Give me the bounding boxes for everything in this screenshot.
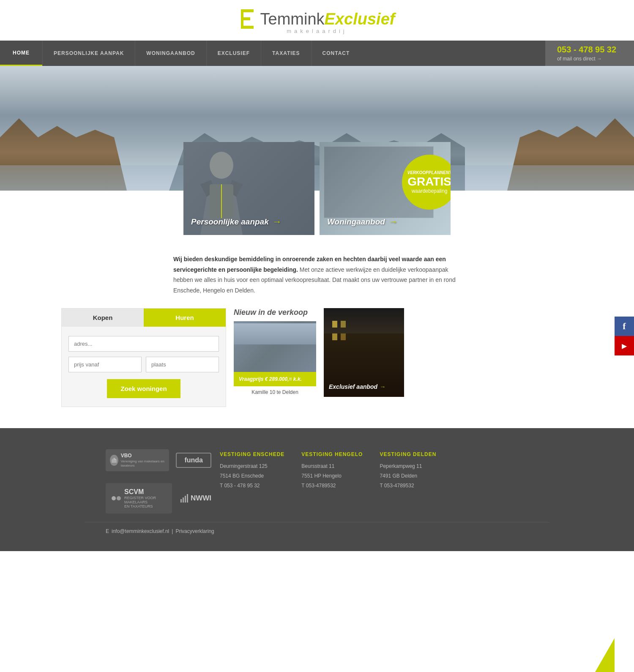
funda-logo[interactable]: funda: [176, 453, 211, 468]
new-listing-section: Nieuw in de verkoop Vraagprijs € 289.000…: [234, 308, 316, 395]
navigation: HOME PERSOONLIJKE AANPAK WONINGAANBOD EX…: [0, 41, 634, 66]
phone-link[interactable]: of mail ons direct →: [557, 56, 622, 62]
listing-image[interactable]: [234, 321, 316, 372]
tab-kopen[interactable]: Kopen: [62, 309, 144, 327]
nwwi-label: NWWI: [191, 494, 211, 503]
search-address-group: [68, 336, 219, 352]
office-delden-title: VESTIGING DELDEN: [380, 451, 436, 457]
office-hengelo-addr2: 7551 HP Hengelo: [301, 471, 363, 481]
footer-logos: VBO Vereniging van makelaars en taxateur…: [106, 449, 211, 514]
scvm-logo[interactable]: SCVM REGISTER VOOR MAKELAARSEN TAXATEURS: [106, 483, 172, 514]
panel-woningaanbod[interactable]: VERKOOPPLANNEN? GRATIS waardebepaling Wo…: [320, 142, 451, 235]
svg-rect-3: [241, 26, 254, 29]
youtube-icon: ▶: [622, 342, 627, 350]
footer-divider: |: [172, 528, 173, 534]
vbo-logo[interactable]: VBO Vereniging van makelaars en taxateur…: [106, 449, 169, 471]
nav-item-woningaanbod[interactable]: WONINGAANBOD: [135, 41, 206, 66]
office-delden-addr2: 7491 GB Delden: [380, 471, 436, 481]
logo-row-bottom: SCVM REGISTER VOOR MAKELAARSEN TAXATEURS…: [106, 483, 211, 514]
nav-item-home[interactable]: HOME: [0, 41, 42, 66]
listing-address: Kamille 10 te Delden: [234, 389, 316, 395]
search-place-input[interactable]: [146, 357, 219, 372]
nav-item-contact[interactable]: CONTACT: [311, 41, 361, 66]
description-section: Wij bieden deskundige bemiddeling in onr…: [0, 235, 634, 304]
badge-top: VERKOOPPLANNEN?: [407, 170, 451, 175]
footer-email-label: E: [106, 528, 109, 534]
logo-tagline: makelaardij: [287, 28, 347, 34]
facebook-button[interactable]: f: [615, 317, 634, 336]
panel-left-arrow: →: [272, 216, 281, 227]
svg-marker-8: [114, 458, 117, 460]
search-button[interactable]: Zoek woningen: [107, 379, 180, 398]
content-area: Kopen Huren Zoek woningen Nieuw in de ve…: [0, 304, 634, 428]
office-hengelo-phone: T 053-4789532: [301, 481, 363, 491]
listing-price: Vraagprijs € 289.000,= k.k.: [239, 376, 311, 382]
svg-rect-2: [241, 17, 250, 20]
office-enschede-title: VESTIGING ENSCHEDE: [220, 451, 284, 457]
logo[interactable]: TemminkExclusief makelaardij: [239, 8, 395, 34]
footer-email-link[interactable]: info@temminkexclusief.nl: [112, 528, 169, 534]
scvm-label: SCVM: [124, 488, 166, 496]
search-row: [68, 357, 219, 372]
header: TemminkExclusief makelaardij: [0, 0, 634, 41]
panel-right-label[interactable]: Woningaanbod →: [327, 216, 398, 227]
panel-left-label[interactable]: Persoonlijke aanpak →: [191, 216, 281, 227]
nav-phone-block[interactable]: 053 - 478 95 32 of mail ons direct →: [545, 41, 634, 66]
panels-section: Persoonlijke aanpak → VERKOOPPLANNEN? GR…: [0, 142, 634, 235]
exclusief-arrow: →: [380, 383, 385, 390]
office-hengelo-addr1: Beursstraat 11: [301, 462, 363, 471]
social-bar: f ▶: [615, 317, 634, 355]
badge-main: GRATIS: [407, 175, 451, 188]
office-enschede-phone: T 053 - 478 95 32: [220, 481, 284, 491]
office-enschede-addr1: Deurningerstraat 125: [220, 462, 284, 471]
facebook-icon: f: [623, 321, 626, 332]
office-hengelo: VESTIGING HENGELO Beursstraat 11 7551 HP…: [301, 451, 363, 490]
footer-bottom: E info@temminkexclusief.nl | Privacyverk…: [85, 522, 549, 534]
svg-point-4: [210, 152, 233, 179]
youtube-button[interactable]: ▶: [615, 336, 634, 355]
nwwi-logo[interactable]: NWWI: [180, 494, 211, 503]
office-delden: VESTIGING DELDEN Peperkampweg 11 7491 GB…: [380, 451, 436, 490]
office-delden-addr1: Peperkampweg 11: [380, 462, 436, 471]
office-delden-phone: T 053-4789532: [380, 481, 436, 491]
svg-rect-1: [241, 9, 254, 12]
vbo-description: Vereniging van makelaars en taxateurs: [121, 459, 165, 468]
search-price-input[interactable]: [68, 357, 142, 372]
search-box: Kopen Huren Zoek woningen: [61, 308, 226, 407]
exclusief-panel[interactable]: Exclusief aanbod →: [324, 308, 404, 397]
search-address-input[interactable]: [68, 336, 219, 352]
description-text: Wij bieden deskundige bemiddeling in onr…: [173, 254, 461, 295]
panel-persoonlijke[interactable]: Persoonlijke aanpak →: [183, 142, 314, 235]
logo-text: TemminkExclusief: [260, 10, 395, 28]
office-hengelo-title: VESTIGING HENGELO: [301, 451, 363, 457]
badge-sub: waardebepaling: [412, 188, 448, 194]
exclusief-label[interactable]: Exclusief aanbod →: [329, 383, 385, 390]
search-tabs: Kopen Huren: [62, 309, 226, 327]
phone-number: 053 - 478 95 32: [557, 45, 622, 55]
nav-item-taxaties[interactable]: TAXATIES: [261, 41, 311, 66]
logo-row-top: VBO Vereniging van makelaars en taxateur…: [106, 449, 211, 471]
office-enschede-addr2: 7514 BG Enschede: [220, 471, 284, 481]
new-listing-title: Nieuw in de verkoop: [234, 308, 316, 317]
tab-huren[interactable]: Huren: [144, 309, 226, 327]
footer: VBO Vereniging van makelaars en taxateur…: [0, 428, 634, 551]
scvm-sub: REGISTER VOOR MAKELAARSEN TAXATEURS: [124, 496, 166, 508]
nav-item-persoonlijke[interactable]: PERSOONLIJKE AANPAK: [42, 41, 135, 66]
listing-price-bar: Vraagprijs € 289.000,= k.k.: [234, 372, 316, 386]
nav-item-exclusief[interactable]: EXCLUSIEF: [206, 41, 261, 66]
panel-right-arrow: →: [388, 216, 398, 227]
vbo-label: VBO: [121, 453, 165, 459]
footer-offices: VESTIGING ENSCHEDE Deurningerstraat 125 …: [220, 449, 528, 490]
logo-icon: [239, 8, 257, 30]
office-enschede: VESTIGING ENSCHEDE Deurningerstraat 125 …: [220, 451, 284, 490]
footer-privacy-link[interactable]: Privacyverklaring: [175, 528, 214, 534]
